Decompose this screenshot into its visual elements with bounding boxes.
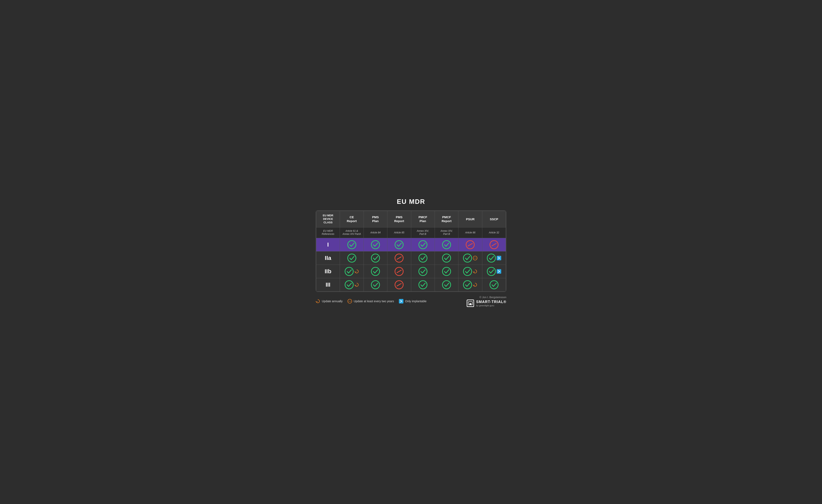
legend-left: Update annually Update at least every tw…: [316, 299, 427, 304]
svg-point-14: [442, 254, 451, 262]
svg-point-40: [349, 301, 349, 302]
svg-point-1: [371, 240, 380, 249]
svg-rect-43: [399, 299, 403, 304]
class-IIa-pms-report: [387, 251, 411, 265]
svg-point-36: [442, 281, 451, 289]
class-I-sscp: [482, 238, 506, 251]
svg-point-15: [463, 254, 472, 262]
class-IIb-sscp: [482, 265, 506, 278]
class-IIb-label: IIb: [316, 265, 340, 278]
class-I-ce-report: [340, 238, 364, 251]
class-IIa-pms-plan: [364, 251, 387, 265]
svg-point-35: [419, 281, 427, 289]
class-IIa-sscp: [482, 251, 506, 265]
svg-point-13: [419, 254, 427, 262]
class-IIb-pmcf-report: [435, 265, 458, 278]
svg-point-10: [371, 254, 380, 262]
legend-dots: Update at least every two years: [348, 299, 394, 304]
class-IIa-psur: [458, 251, 482, 265]
reference-row: EU MDRReferences Article 61 &Annex XIV P…: [316, 227, 506, 238]
class-IIa-ce-report: [340, 251, 364, 265]
class-IIa-pmcf-report: [435, 251, 458, 265]
class-I-pmcf-report: [435, 238, 458, 251]
header-row: EU MDRDEVICECLASS CEReport PMSPlan PMSRe…: [316, 211, 506, 227]
svg-point-4: [442, 240, 451, 249]
svg-point-28: [463, 267, 472, 276]
legend-arrow-icon: [399, 299, 403, 304]
ref-label: EU MDRReferences: [316, 227, 340, 238]
legend-refresh: Update annually: [316, 299, 343, 304]
class-III-label: III: [316, 278, 340, 291]
class-III-pmcf-plan: [411, 278, 435, 291]
legend: Update annually Update at least every tw…: [316, 296, 506, 307]
svg-rect-21: [497, 256, 501, 260]
svg-point-18: [475, 258, 475, 258]
svg-point-19: [476, 258, 477, 258]
ref-ce-report: Article 61 &Annex XIV PartA: [340, 227, 364, 238]
brand-sub: by greenlight guru: [476, 304, 506, 307]
legend-dots-label: Update at least every two years: [354, 300, 394, 303]
ref-pmcf-report: Annex XIV,Part B: [435, 227, 458, 238]
svg-point-23: [371, 267, 380, 276]
svg-point-3: [419, 240, 427, 249]
svg-line-8: [492, 243, 496, 246]
svg-line-12: [397, 257, 401, 259]
brand: SMART-TRIAL® by greenlight guru: [467, 300, 506, 307]
col-pms-report: PMSReport: [387, 211, 411, 227]
row-class-I: I: [316, 238, 506, 251]
legend-dots-icon: [348, 299, 352, 304]
col-pms-plan: PMSPlan: [364, 211, 387, 227]
class-IIb-psur: [458, 265, 482, 278]
svg-point-41: [350, 301, 350, 302]
class-IIb-ce-report: [340, 265, 364, 278]
page-title: EU MDR: [316, 198, 506, 205]
class-IIb-pms-plan: [364, 265, 387, 278]
class-I-pmcf-plan: [411, 238, 435, 251]
main-card: EU MDR EU MDRDEVICECLASS CEReport PMSPla…: [308, 191, 514, 313]
col-pmcf-plan: PMCFPlan: [411, 211, 435, 227]
class-I-pms-plan: [364, 238, 387, 251]
row-class-IIb: IIb: [316, 265, 506, 278]
legend-arrow: Only implantable: [399, 299, 426, 304]
class-III-pmcf-report: [435, 278, 458, 291]
refresh-icon-2: [473, 269, 477, 274]
class-IIb-pmcf-plan: [411, 265, 435, 278]
svg-point-20: [487, 254, 495, 262]
arrow-right-icon-2: [497, 269, 501, 274]
col-pmcf-report: PMCFReport: [435, 211, 458, 227]
svg-point-29: [487, 267, 495, 276]
svg-rect-45: [469, 303, 471, 305]
legend-arrow-label: Only implantable: [405, 300, 426, 303]
row-class-III: III: [316, 278, 506, 291]
brand-name: SMART-TRIAL®: [476, 300, 506, 304]
col-ce-report: CEReport: [340, 211, 364, 227]
class-I-pms-report: [387, 238, 411, 251]
refresh-icon: [355, 269, 359, 274]
svg-point-0: [348, 240, 356, 249]
refresh-icon-4: [473, 283, 477, 287]
col-device-class: EU MDRDEVICECLASS: [316, 211, 340, 227]
copyright-text: © Jon I. Bergsteinsson: [479, 296, 506, 299]
class-I-psur: [458, 238, 482, 251]
class-III-sscp: [482, 278, 506, 291]
svg-line-34: [397, 284, 401, 286]
class-IIa-label: IIa: [316, 251, 340, 265]
svg-line-25: [397, 270, 401, 273]
brand-name-block: SMART-TRIAL® by greenlight guru: [476, 300, 506, 307]
col-psur: PSUR: [458, 211, 482, 227]
legend-right: © Jon I. Bergsteinsson SMART-TRIAL® by g…: [467, 296, 506, 307]
class-III-pms-plan: [364, 278, 387, 291]
svg-rect-30: [497, 269, 501, 274]
class-III-ce-report: [340, 278, 364, 291]
class-I-label: I: [316, 238, 340, 251]
class-IIa-pmcf-plan: [411, 251, 435, 265]
smart-trial-logo-icon: [468, 301, 473, 305]
svg-point-37: [463, 281, 472, 289]
dots-icon: [473, 256, 477, 260]
svg-point-27: [442, 267, 451, 276]
ref-sscp: Article 32: [482, 227, 506, 238]
class-IIb-pms-report: [387, 265, 411, 278]
legend-refresh-label: Update annually: [322, 300, 343, 303]
svg-point-26: [419, 267, 427, 276]
class-III-pms-report: [387, 278, 411, 291]
